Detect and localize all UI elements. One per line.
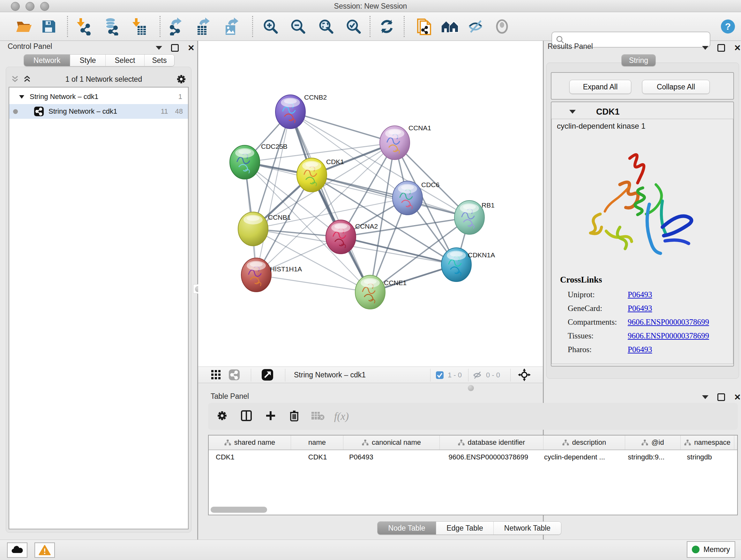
float-panel-icon[interactable]	[702, 46, 709, 50]
import-network-from-database-button[interactable]	[102, 17, 120, 36]
save-session-button[interactable]	[39, 17, 58, 36]
export-table-button[interactable]	[194, 17, 213, 36]
close-panel-icon[interactable]: ✕	[734, 394, 741, 400]
entry-expander-icon[interactable]	[569, 110, 576, 114]
crosslink-link[interactable]: P06493	[628, 304, 652, 313]
warnings-button[interactable]	[35, 543, 55, 558]
zoom-selected-button[interactable]	[344, 17, 363, 36]
edge-CDK1-RB1[interactable]	[312, 175, 469, 217]
network-row-selected[interactable]: String Network – cdk1 11 48	[9, 104, 188, 119]
node-CCNA2[interactable]	[326, 220, 356, 254]
network-collection-row[interactable]: String Network – cdk1 1	[9, 89, 188, 104]
tab-sets[interactable]: Sets	[145, 55, 174, 66]
show-all-button[interactable]	[493, 17, 511, 36]
column-header-namespace[interactable]: namespace	[681, 435, 734, 449]
node-CDC25B[interactable]	[230, 145, 260, 179]
refresh-button[interactable]	[378, 17, 396, 36]
collapse-all-tree-icon[interactable]	[11, 75, 19, 83]
export-image-button[interactable]	[222, 17, 241, 36]
edge-CCNB2-CCNE1[interactable]	[290, 112, 370, 292]
close-panel-icon[interactable]: ✕	[188, 45, 195, 51]
tree-expander-icon[interactable]	[19, 95, 24, 99]
expand-all-button[interactable]: Expand All	[569, 80, 631, 94]
node-HIST1H1A[interactable]	[241, 258, 271, 292]
entry-header[interactable]: CDK1	[551, 105, 733, 118]
network-canvas[interactable]: CCNB2CCNA1CDC25BCDK1CDC6RB1CCNB1CCNA2CDK…	[198, 41, 543, 367]
cell-name[interactable]: CDK1	[293, 450, 342, 464]
cloud-status-button[interactable]	[7, 543, 27, 558]
maximize-panel-icon[interactable]	[718, 393, 725, 401]
close-panel-icon[interactable]: ✕	[734, 45, 741, 51]
string-home-button[interactable]	[441, 17, 459, 36]
cell-description[interactable]: cyclin-dependent ...	[537, 450, 621, 464]
node-CDK1[interactable]	[297, 158, 327, 192]
maximize-panel-icon[interactable]	[718, 44, 725, 52]
table-row[interactable]: CDK1CDK1P064939606.ENSP00000378699cyclin…	[209, 450, 737, 464]
function-builder-button[interactable]: f(x)	[334, 411, 349, 422]
zoom-in-button[interactable]	[261, 17, 280, 36]
column-header-description[interactable]: description	[543, 435, 625, 449]
hide-selected-button[interactable]	[467, 17, 485, 36]
expand-all-tree-icon[interactable]	[23, 75, 31, 83]
create-column-button[interactable]	[266, 411, 276, 422]
show-columns-button[interactable]	[241, 410, 252, 422]
column-header-name[interactable]: name	[291, 435, 343, 449]
node-CCNE1[interactable]	[355, 275, 385, 309]
bottom-splitter-handle[interactable]	[466, 383, 475, 393]
column-header-sharedname[interactable]: shared name	[209, 435, 291, 449]
string-network-graph[interactable]: CCNB2CCNA1CDC25BCDK1CDC6RB1CCNB1CCNA2CDK…	[198, 41, 543, 367]
table-settings-button[interactable]	[217, 410, 227, 422]
grid-view-button[interactable]	[207, 366, 225, 384]
memory-button[interactable]: Memory	[687, 541, 735, 558]
tab-select[interactable]: Select	[106, 55, 145, 66]
column-header-databaseidentifier[interactable]: database identifier	[440, 435, 543, 449]
tab-network-table[interactable]: Network Table	[494, 522, 561, 535]
export-network-button[interactable]	[167, 17, 185, 36]
float-panel-icon[interactable]	[156, 46, 162, 50]
selected-checkbox-icon[interactable]	[435, 371, 444, 379]
maximize-panel-icon[interactable]	[171, 44, 179, 52]
import-table-from-file-button[interactable]	[130, 17, 148, 36]
tab-string[interactable]: String	[622, 55, 656, 66]
node-CDKN1A[interactable]	[441, 248, 471, 282]
gear-icon[interactable]	[176, 74, 186, 84]
crosslink-link[interactable]: P06493	[628, 345, 652, 354]
toolbar-separator	[251, 369, 251, 381]
horizontal-scrollbar[interactable]	[211, 507, 267, 513]
crosslink-link[interactable]: 9606.ENSP00000378699	[628, 331, 709, 340]
node-CCNB2[interactable]	[275, 95, 306, 129]
cell-namespace[interactable]: stringdb	[680, 450, 737, 464]
network-badge-button[interactable]	[225, 366, 244, 384]
open-session-button[interactable]	[15, 17, 33, 36]
tab-network[interactable]: Network	[24, 55, 70, 66]
node-CCNB1[interactable]	[238, 212, 268, 246]
tab-edge-table[interactable]: Edge Table	[436, 522, 494, 535]
node-CCNA1[interactable]	[380, 126, 410, 160]
delete-table-button[interactable]	[311, 411, 325, 422]
node-RB1[interactable]	[455, 200, 484, 235]
tab-node-table[interactable]: Node Table	[378, 522, 436, 535]
edge-HIST1H1A-CCNE1[interactable]	[256, 275, 370, 292]
edge-CCNA1-HIST1H1A[interactable]	[256, 143, 395, 275]
crosslink-link[interactable]: P06493	[628, 290, 652, 299]
collapse-all-button[interactable]: Collapse All	[642, 80, 710, 94]
cell-canonicalname[interactable]: P06493	[342, 450, 440, 464]
import-network-from-file-button[interactable]	[74, 17, 93, 36]
birdseye-navigator-button[interactable]	[515, 366, 534, 384]
node-CDC6[interactable]	[393, 181, 422, 215]
zoom-out-button[interactable]	[289, 17, 307, 36]
crosslink-link[interactable]: 9606.ENSP00000378699	[628, 318, 709, 327]
share-session-button[interactable]	[415, 17, 433, 36]
delete-column-button[interactable]	[289, 410, 299, 423]
tab-style[interactable]: Style	[70, 55, 106, 66]
open-view-button[interactable]	[258, 366, 277, 384]
column-header-id[interactable]: @id	[625, 435, 681, 449]
help-button[interactable]: ?	[719, 17, 737, 36]
cell-databaseidentifier[interactable]: 9606.ENSP00000378699	[440, 450, 537, 464]
zoom-fit-button[interactable]	[317, 17, 335, 36]
float-panel-icon[interactable]	[702, 395, 709, 399]
cell-id[interactable]: stringdb:9...	[621, 450, 680, 464]
column-header-canonicalname[interactable]: canonical name	[343, 435, 440, 449]
edge-CCNB2-CCNA1[interactable]	[290, 112, 395, 143]
cell-sharedname[interactable]: CDK1	[209, 450, 293, 464]
